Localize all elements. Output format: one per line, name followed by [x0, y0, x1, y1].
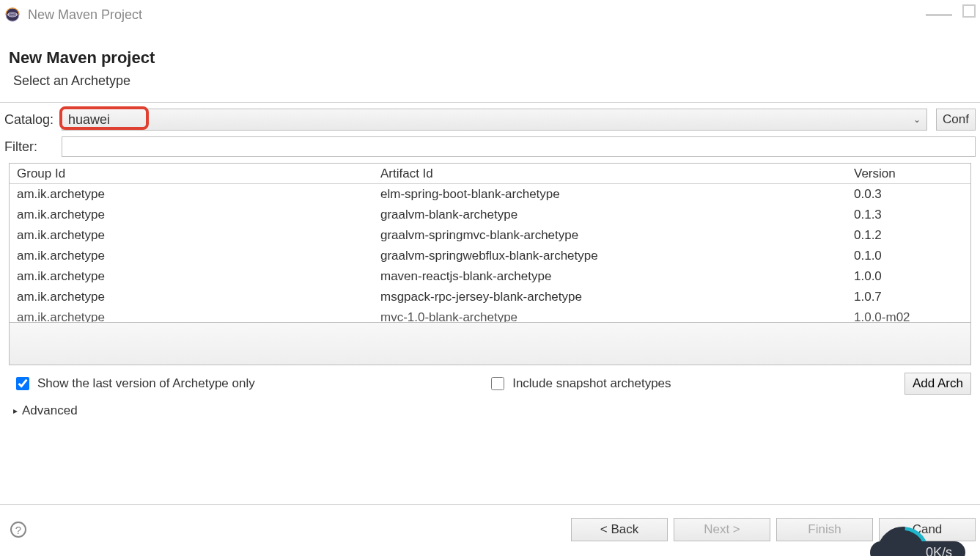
- catalog-row: Catalog: huawei ⌄ Conf: [4, 109, 976, 131]
- network-speed-value: 0K/s: [926, 545, 952, 557]
- archetype-table[interactable]: Group Id Artifact Id Version am.ik.arche…: [9, 163, 971, 323]
- show-last-version-label: Show the last version of Archetype only: [37, 376, 255, 391]
- table-row[interactable]: am.ik.archetype mvc-1.0-blank-archetype …: [10, 307, 970, 323]
- filter-label: Filter:: [4, 139, 60, 155]
- table-row[interactable]: am.ik.archetype elm-spring-boot-blank-ar…: [10, 184, 970, 205]
- titlebar[interactable]: New Maven Project: [0, 0, 980, 29]
- next-button[interactable]: Next >: [674, 518, 770, 541]
- configure-button[interactable]: Conf: [936, 109, 976, 131]
- table-row[interactable]: am.ik.archetype msgpack-rpc-jersey-blank…: [10, 287, 970, 307]
- eclipse-icon: [4, 7, 21, 23]
- add-archetype-button[interactable]: Add Arch: [905, 373, 971, 395]
- minimize-icon[interactable]: [926, 10, 952, 16]
- wizard-header: New Maven project Select an Archetype: [0, 29, 980, 102]
- window-controls: [926, 4, 976, 18]
- include-snapshot-label: Include snapshot archetypes: [512, 376, 671, 391]
- dialog-window: New Maven Project New Maven project Sele…: [0, 0, 980, 556]
- show-last-version-checkbox[interactable]: Show the last version of Archetype only: [13, 375, 255, 392]
- form-area: Catalog: huawei ⌄ Conf Filter: Group Id …: [0, 102, 980, 418]
- button-bar: ? < Back Next > Finish Cand: [0, 504, 980, 541]
- maximize-icon[interactable]: [962, 4, 976, 18]
- col-header-group[interactable]: Group Id: [10, 167, 377, 181]
- filter-row: Filter:: [4, 136, 976, 157]
- triangle-right-icon: ▸: [13, 406, 18, 416]
- options-row: Show the last version of Archetype only …: [4, 365, 976, 398]
- col-header-artifact[interactable]: Artifact Id: [377, 167, 851, 181]
- chevron-down-icon: ⌄: [913, 114, 921, 125]
- page-subtitle: Select an Archetype: [13, 73, 971, 89]
- show-last-version-input[interactable]: [16, 377, 29, 390]
- include-snapshot-checkbox[interactable]: Include snapshot archetypes: [488, 375, 671, 392]
- include-snapshot-input[interactable]: [491, 377, 504, 390]
- table-row[interactable]: am.ik.archetype graalvm-springmvc-blank-…: [10, 225, 970, 246]
- nav-buttons: < Back Next > Finish Cand: [571, 518, 976, 541]
- cancel-button[interactable]: Cand: [879, 518, 976, 541]
- catalog-label: Catalog:: [4, 112, 60, 128]
- filter-input[interactable]: [62, 136, 976, 157]
- table-row[interactable]: am.ik.archetype graalvm-springwebflux-bl…: [10, 246, 970, 266]
- col-header-version[interactable]: Version: [851, 167, 970, 181]
- catalog-select[interactable]: huawei ⌄: [62, 109, 927, 131]
- table-header: Group Id Artifact Id Version: [10, 164, 970, 184]
- description-box: [9, 323, 971, 365]
- back-button[interactable]: < Back: [571, 518, 668, 541]
- table-row[interactable]: am.ik.archetype graalvm-blank-archetype …: [10, 205, 970, 225]
- advanced-toggle[interactable]: ▸ Advanced: [4, 398, 976, 418]
- help-icon[interactable]: ?: [10, 522, 26, 538]
- catalog-value: huawei: [68, 112, 110, 128]
- window-title: New Maven Project: [28, 7, 142, 23]
- advanced-label: Advanced: [22, 403, 78, 418]
- network-speed-pill: 0K/s: [870, 541, 965, 556]
- table-row[interactable]: am.ik.archetype maven-reactjs-blank-arch…: [10, 266, 970, 287]
- finish-button[interactable]: Finish: [776, 518, 873, 541]
- page-title: New Maven project: [9, 48, 971, 67]
